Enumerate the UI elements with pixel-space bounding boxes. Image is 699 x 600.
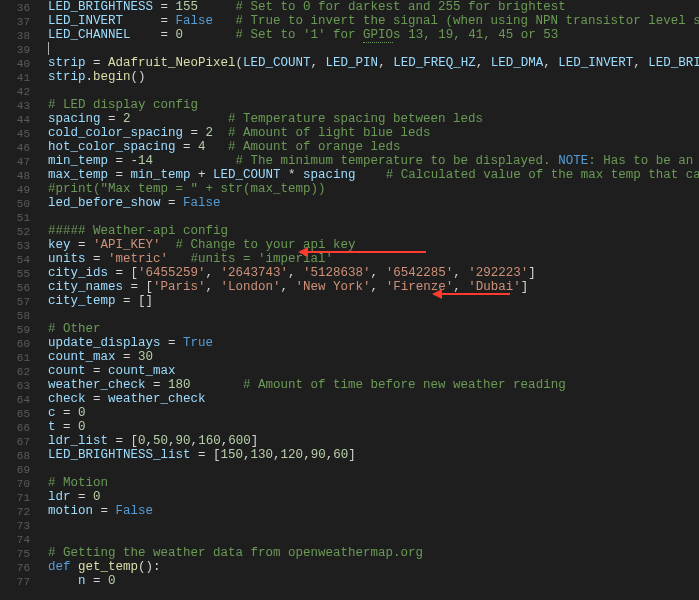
line-number: 62 bbox=[0, 364, 30, 378]
token: 'API_KEY' bbox=[93, 238, 161, 252]
code-line[interactable]: max_temp = min_temp + LED_COUNT * spacin… bbox=[48, 168, 699, 182]
code-line[interactable]: motion = False bbox=[48, 504, 699, 518]
code-line[interactable]: def get_temp(): bbox=[48, 560, 699, 574]
token: # True to invert the signal (when using … bbox=[236, 14, 699, 28]
token: # Change to your api key bbox=[176, 238, 356, 252]
code-line[interactable] bbox=[48, 210, 699, 224]
token: = [ bbox=[191, 448, 221, 462]
line-number: 39 bbox=[0, 42, 30, 56]
code-line[interactable]: strip.begin() bbox=[48, 70, 699, 84]
token: , bbox=[453, 280, 468, 294]
code-line[interactable] bbox=[48, 42, 699, 56]
token: strip bbox=[48, 70, 86, 84]
token: n bbox=[78, 574, 86, 588]
code-line[interactable]: city_ids = ['6455259', '2643743', '51286… bbox=[48, 266, 699, 280]
token: (): bbox=[138, 560, 161, 574]
code-line[interactable]: ldr_list = [0,50,90,160,600] bbox=[48, 434, 699, 448]
token: = bbox=[153, 0, 176, 14]
code-line[interactable]: ##### Weather-api config bbox=[48, 224, 699, 238]
token: # LED display config bbox=[48, 98, 198, 112]
code-line[interactable]: city_names = ['Paris', 'London', 'New Yo… bbox=[48, 280, 699, 294]
token: 600 bbox=[228, 434, 251, 448]
token: # Calculated value of the max temp that … bbox=[386, 168, 699, 182]
token: #units = 'imperial' bbox=[191, 252, 334, 266]
code-editor[interactable]: 3637383940414243444546474849505152535455… bbox=[0, 0, 699, 600]
code-line[interactable]: strip = Adafruit_NeoPixel(LED_COUNT, LED… bbox=[48, 56, 699, 70]
code-line[interactable]: # Getting the weather data from openweat… bbox=[48, 546, 699, 560]
token: , bbox=[206, 280, 221, 294]
code-line[interactable] bbox=[48, 308, 699, 322]
token: max_temp bbox=[48, 168, 108, 182]
token: 155 bbox=[176, 0, 199, 14]
code-line[interactable]: led_before_show = False bbox=[48, 196, 699, 210]
line-number: 53 bbox=[0, 238, 30, 252]
token: = bbox=[183, 126, 206, 140]
line-number: 69 bbox=[0, 462, 30, 476]
code-line[interactable]: LED_BRIGHTNESS = 155 # Set to 0 for dark… bbox=[48, 0, 699, 14]
token: 0 bbox=[138, 434, 146, 448]
code-line[interactable]: c = 0 bbox=[48, 406, 699, 420]
code-line[interactable] bbox=[48, 532, 699, 546]
token: # Amount of orange leds bbox=[228, 140, 401, 154]
code-line[interactable]: # Motion bbox=[48, 476, 699, 490]
code-line[interactable]: weather_check = 180 # Amount of time bef… bbox=[48, 378, 699, 392]
annotation-arrow bbox=[306, 251, 426, 253]
code-line[interactable]: LED_INVERT = False # True to invert the … bbox=[48, 14, 699, 28]
code-line[interactable]: LED_CHANNEL = 0 # Set to '1' for GPIOs 1… bbox=[48, 28, 699, 42]
token: # Temperature spacing between leds bbox=[228, 112, 483, 126]
line-number: 67 bbox=[0, 434, 30, 448]
code-line[interactable]: n = 0 bbox=[48, 574, 699, 588]
code-line[interactable]: #print("Max temp = " + str(max_temp)) bbox=[48, 182, 699, 196]
line-number: 45 bbox=[0, 126, 30, 140]
token: LED_BRIGHTNESS_list bbox=[48, 448, 191, 462]
line-number: 76 bbox=[0, 560, 30, 574]
line-number: 73 bbox=[0, 518, 30, 532]
code-line[interactable]: spacing = 2 # Temperature spacing betwee… bbox=[48, 112, 699, 126]
line-number: 70 bbox=[0, 476, 30, 490]
token: # Other bbox=[48, 322, 101, 336]
line-number: 72 bbox=[0, 504, 30, 518]
code-line[interactable]: # LED display config bbox=[48, 98, 699, 112]
token: city_names bbox=[48, 280, 123, 294]
code-line[interactable]: LED_BRIGHTNESS_list = [150,130,120,90,60… bbox=[48, 448, 699, 462]
code-line[interactable]: hot_color_spacing = 4 # Amount of orange… bbox=[48, 140, 699, 154]
code-line[interactable]: t = 0 bbox=[48, 420, 699, 434]
code-line[interactable]: update_displays = True bbox=[48, 336, 699, 350]
token: False bbox=[176, 14, 214, 28]
code-line[interactable]: ldr = 0 bbox=[48, 490, 699, 504]
token: , bbox=[273, 448, 281, 462]
token: 14 bbox=[138, 154, 153, 168]
code-content[interactable]: LED_BRIGHTNESS = 155 # Set to 0 for dark… bbox=[40, 0, 699, 600]
code-line[interactable] bbox=[48, 518, 699, 532]
line-number: 61 bbox=[0, 350, 30, 364]
token: = bbox=[93, 504, 116, 518]
token: spacing bbox=[303, 168, 356, 182]
code-line[interactable]: min_temp = -14 # The minimum temperature… bbox=[48, 154, 699, 168]
token: LED_COUNT bbox=[213, 168, 281, 182]
token: LED_BRIGHTNESS bbox=[648, 56, 699, 70]
token: hot_color_spacing bbox=[48, 140, 176, 154]
code-line[interactable]: check = weather_check bbox=[48, 392, 699, 406]
token: 90 bbox=[176, 434, 191, 448]
token: begin bbox=[93, 70, 131, 84]
code-line[interactable]: count = count_max bbox=[48, 364, 699, 378]
token: led_before_show bbox=[48, 196, 161, 210]
code-line[interactable]: cold_color_spacing = 2 # Amount of light… bbox=[48, 126, 699, 140]
token: ] bbox=[528, 266, 536, 280]
code-line[interactable]: # Other bbox=[48, 322, 699, 336]
token: # Set to '1' for bbox=[236, 28, 364, 42]
token: LED_FREQ_HZ bbox=[393, 56, 476, 70]
code-line[interactable] bbox=[48, 84, 699, 98]
token: update_displays bbox=[48, 336, 161, 350]
code-line[interactable]: units = 'metric' #units = 'imperial' bbox=[48, 252, 699, 266]
line-number: 46 bbox=[0, 140, 30, 154]
token bbox=[183, 28, 236, 42]
token: , bbox=[543, 56, 558, 70]
code-line[interactable]: count_max = 30 bbox=[48, 350, 699, 364]
token: , bbox=[371, 280, 386, 294]
code-line[interactable] bbox=[48, 462, 699, 476]
token: , bbox=[146, 434, 154, 448]
code-line[interactable]: city_temp = [] bbox=[48, 294, 699, 308]
code-line[interactable]: key = 'API_KEY' # Change to your api key bbox=[48, 238, 699, 252]
token: = bbox=[86, 364, 109, 378]
